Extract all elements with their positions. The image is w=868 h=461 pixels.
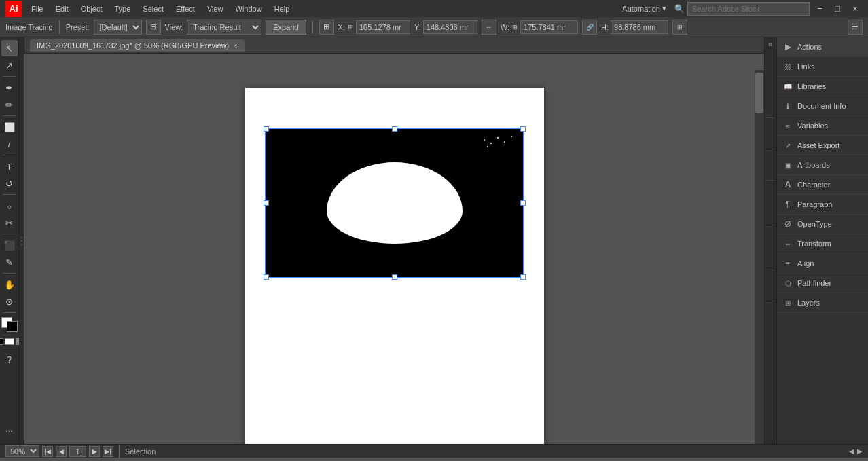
panel-item-pathfinder[interactable]: ⬡ Pathfinder — [777, 274, 868, 293]
transform-icon[interactable]: ↔ — [482, 20, 496, 35]
status-arrow-right[interactable]: ▶ — [857, 447, 863, 455]
color-swatches[interactable] — [1, 317, 18, 332]
menu-effect[interactable]: Effect — [170, 3, 200, 15]
main-layout: ↖ ↗ ✒ ✏ ⬜ / T ↺ ⬦ ✂ ⬛ ✎ ✋ ⊙ ? — [0, 37, 868, 444]
transform-tool[interactable]: ⬦ — [1, 198, 18, 214]
type-tool[interactable]: T — [1, 158, 18, 174]
panel-item-actions[interactable]: ▶ Actions — [777, 37, 868, 57]
expand-button[interactable]: Expand — [266, 20, 306, 35]
document-tab: IMG_20201009_161732.jpg* @ 50% (RGB/GPU … — [24, 37, 764, 54]
background-color[interactable] — [7, 321, 18, 332]
view-select[interactable]: Tracing Result — [187, 20, 261, 35]
document-info-label: Document Info — [797, 102, 846, 110]
scroll-thumb[interactable] — [755, 73, 763, 113]
active-document-tab[interactable]: IMG_20201009_161732.jpg* @ 50% (RGB/GPU … — [30, 39, 245, 52]
handle-middle-left[interactable] — [264, 200, 269, 206]
line-tool[interactable]: / — [1, 136, 18, 152]
panel-item-variables[interactable]: ≈ Variables — [777, 116, 868, 136]
hand-tool[interactable]: ✋ — [1, 276, 18, 293]
right-panel-strip: « — [764, 37, 776, 444]
character-icon: A — [782, 179, 793, 190]
y-input[interactable] — [423, 20, 477, 34]
prev-page-btn[interactable]: ◀ — [56, 446, 67, 457]
menu-edit[interactable]: Edit — [50, 3, 74, 15]
shape-tool[interactable]: ⬜ — [1, 119, 18, 135]
pathfinder-icon: ⬡ — [782, 278, 793, 289]
search-stock-input[interactable] — [687, 2, 810, 16]
pencil2-tool[interactable]: ✎ — [1, 254, 18, 270]
handle-top-center[interactable] — [392, 126, 397, 132]
minimize-btn[interactable]: − — [812, 1, 827, 16]
pen-tool[interactable]: ✒ — [1, 79, 18, 96]
vertical-scrollbar[interactable] — [755, 70, 764, 444]
menu-help[interactable]: Help — [269, 3, 295, 15]
handle-top-left[interactable] — [264, 126, 269, 132]
menu-object[interactable]: Object — [75, 3, 108, 15]
h-input[interactable] — [611, 20, 668, 34]
panel-item-paragraph[interactable]: ¶ Paragraph — [777, 195, 868, 215]
white-swatch[interactable] — [5, 338, 14, 345]
handle-top-right[interactable] — [520, 126, 526, 132]
panel-item-links[interactable]: ⛓ Links — [777, 57, 868, 77]
panel-item-libraries[interactable]: 📖 Libraries — [777, 77, 868, 96]
status-arrow-left[interactable]: ◀ — [849, 447, 854, 455]
constrain-icon[interactable]: 🔗 — [582, 20, 597, 35]
artboard[interactable] — [266, 128, 524, 278]
panel-options-icon[interactable]: ☰ — [848, 20, 863, 35]
zoom-tool[interactable]: ⊙ — [1, 293, 18, 310]
scissors-tool[interactable]: ✂ — [1, 215, 18, 231]
selection-tool[interactable]: ↖ — [1, 40, 18, 56]
panel-toggle-icon[interactable]: « — [768, 40, 772, 48]
panel-item-transform[interactable]: ↔ Transform — [777, 234, 868, 254]
tracing-options-icon[interactable]: ⊞ — [146, 20, 161, 35]
preset-select[interactable]: [Default] — [94, 20, 142, 35]
menu-file[interactable]: File — [26, 3, 49, 15]
menu-window[interactable]: Window — [230, 3, 268, 15]
canvas-scroll-area[interactable] — [24, 54, 764, 444]
last-page-btn[interactable]: ▶| — [103, 446, 113, 457]
panel-item-layers[interactable]: ⊞ Layers — [777, 293, 868, 313]
direct-selection-tool[interactable]: ↗ — [1, 57, 18, 73]
black-swatch[interactable] — [0, 338, 3, 345]
artboards-label: Artboards — [797, 161, 830, 169]
handle-bottom-right[interactable] — [520, 274, 526, 280]
panel-item-asset-export[interactable]: ↗ Asset Export — [777, 136, 868, 155]
document-tab-name: IMG_20201009_161732.jpg* @ 50% (RGB/GPU … — [37, 41, 229, 50]
actions-icon: ▶ — [782, 41, 793, 52]
asset-export-label: Asset Export — [797, 141, 839, 149]
distribute-icon[interactable]: ⊞ — [672, 20, 687, 35]
paintbucket-tool[interactable]: ⬛ — [1, 237, 18, 253]
panel-item-artboards[interactable]: ▣ Artboards — [777, 155, 868, 175]
menu-select[interactable]: Select — [137, 3, 169, 15]
pencil-tool[interactable]: ✏ — [1, 96, 18, 113]
next-page-btn[interactable]: ▶ — [89, 446, 100, 457]
automation-dropdown[interactable]: Automation ▾ — [617, 2, 672, 15]
panel-item-document-info[interactable]: ℹ Document Info — [777, 96, 868, 116]
layers-label: Layers — [797, 299, 820, 307]
menu-type[interactable]: Type — [109, 3, 137, 15]
more-tools[interactable]: ··· — [1, 422, 18, 439]
question-tool[interactable]: ? — [1, 351, 18, 367]
panel-item-opentype[interactable]: Ø OpenType — [777, 215, 868, 234]
rotate-tool[interactable]: ↺ — [1, 175, 18, 191]
w-input[interactable] — [520, 20, 578, 34]
handle-middle-right[interactable] — [520, 200, 526, 206]
x-input[interactable] — [356, 20, 410, 34]
document-tab-close[interactable]: × — [233, 41, 237, 50]
page-number-input[interactable] — [69, 446, 86, 457]
restore-btn[interactable]: □ — [830, 1, 845, 16]
panel-item-character[interactable]: A Character — [777, 175, 868, 195]
noise-dot — [497, 137, 499, 139]
zoom-select[interactable]: 50% — [5, 445, 39, 457]
first-page-btn[interactable]: |◀ — [42, 446, 53, 457]
handle-bottom-left[interactable] — [264, 274, 269, 280]
pathfinder-label: Pathfinder — [797, 279, 831, 287]
handle-bottom-center[interactable] — [392, 274, 397, 280]
close-btn[interactable]: × — [848, 1, 863, 16]
align-icon[interactable]: ⊞ — [319, 20, 334, 35]
menu-view[interactable]: View — [202, 3, 229, 15]
panel-item-align[interactable]: ≡ Align — [777, 254, 868, 274]
opentype-icon: Ø — [782, 219, 793, 229]
libraries-icon: 📖 — [782, 81, 793, 92]
x-label: X: — [338, 23, 345, 31]
